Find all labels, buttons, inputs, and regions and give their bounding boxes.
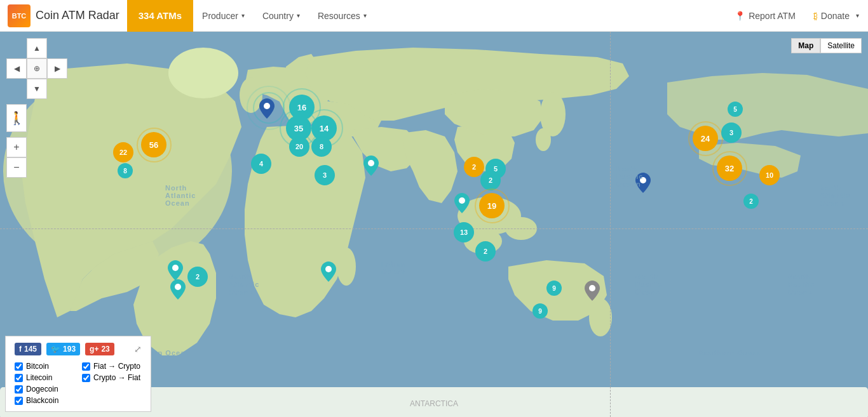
map-type-buttons: Map Satellite (791, 38, 862, 53)
svg-point-10 (337, 248, 356, 286)
legend-empty-1 (82, 385, 142, 394)
cluster-marker-12[interactable]: 2 (480, 170, 501, 190)
bitcoin-icon: ₿ (813, 11, 818, 21)
cluster-marker-2[interactable]: 8 (118, 163, 133, 178)
facebook-share-button[interactable]: f 145 (15, 343, 41, 355)
googleplus-share-button[interactable]: g+ 23 (85, 343, 114, 355)
twitter-count: 193 (63, 345, 76, 354)
svg-point-14 (368, 160, 374, 166)
svg-point-19 (172, 265, 179, 271)
twitter-icon: 🐦 (51, 345, 60, 354)
logo-text: BTC (12, 12, 27, 20)
pin-icon: 📍 (735, 11, 745, 21)
cluster-marker-16[interactable]: 9 (546, 281, 562, 296)
site-title: Coin ATM Radar (36, 9, 119, 22)
svg-point-16 (325, 266, 332, 272)
pin-pacific[interactable] (635, 173, 651, 193)
legend-empty-2 (82, 396, 142, 405)
cluster-marker-15[interactable]: 2 (475, 241, 496, 261)
fiat-crypto-checkbox[interactable] (82, 362, 90, 371)
nav-report-atm[interactable]: 📍 Report ATM (726, 0, 804, 32)
atm-count-badge[interactable]: 334 ATMs (127, 0, 193, 32)
pin-argentina-1[interactable] (168, 260, 183, 281)
svg-point-18 (589, 285, 595, 291)
cluster-marker-19[interactable]: 24 (693, 126, 718, 151)
pin-uk[interactable] (259, 98, 275, 119)
blackcoin-checkbox[interactable] (15, 397, 23, 405)
googleplus-count: 23 (101, 345, 109, 354)
pin-new-zealand[interactable] (585, 281, 600, 301)
pin-argentina-2[interactable] (170, 279, 186, 300)
cluster-marker-23[interactable]: 10 (759, 165, 780, 185)
litecoin-checkbox[interactable] (15, 374, 23, 382)
svg-point-17 (640, 177, 646, 183)
country-caret: ▾ (297, 12, 300, 19)
nav-producer[interactable]: Producer ▾ (193, 0, 254, 32)
map-type-map[interactable]: Map (791, 38, 820, 53)
legend-crypto-fiat: Crypto → Fiat (82, 373, 142, 382)
crypto-fiat-checkbox[interactable] (82, 374, 90, 382)
pan-up-button[interactable]: ▲ (27, 38, 47, 58)
cluster-marker-18[interactable]: 2 (187, 267, 208, 287)
twitter-share-button[interactable]: 🐦 193 (46, 343, 80, 355)
cluster-marker-22[interactable]: 32 (717, 156, 742, 181)
map-container[interactable]: ANTARCTICA ▲ ◀ ⊕ ▶ ▼ 🚶 + − Map Satellite (0, 32, 868, 417)
cluster-marker-6[interactable]: 20 (289, 136, 309, 157)
legend-items: Bitcoin Fiat → Crypto Litecoin Crypto → … (15, 362, 142, 405)
svg-point-20 (175, 284, 181, 290)
legend-bitcoin: Bitcoin (15, 362, 74, 371)
svg-point-9 (589, 298, 612, 336)
svg-text:ANTARCTICA: ANTARCTICA (410, 399, 458, 408)
resources-caret: ▾ (363, 12, 367, 19)
cluster-marker-24[interactable]: 2 (743, 194, 759, 209)
cluster-marker-20[interactable]: 3 (721, 122, 742, 143)
pin-india[interactable] (363, 156, 379, 176)
dogecoin-checkbox[interactable] (15, 385, 23, 394)
pin-thailand[interactable] (454, 193, 470, 213)
cluster-marker-10[interactable]: 2 (464, 157, 484, 177)
cluster-marker-14[interactable]: 13 (454, 222, 474, 242)
navbar: BTC Coin ATM Radar 334 ATMs Producer ▾ C… (0, 0, 868, 32)
pan-down-button[interactable]: ▼ (27, 79, 47, 99)
bitcoin-checkbox[interactable] (15, 362, 23, 371)
svg-point-5 (536, 128, 551, 151)
expand-legend-button[interactable]: ⤢ (134, 344, 142, 354)
cluster-marker-0[interactable]: 56 (141, 132, 166, 157)
legend-dogecoin: Dogecoin (15, 385, 74, 394)
pan-right-button[interactable]: ▶ (47, 58, 67, 79)
svg-point-2 (168, 48, 238, 98)
nav-donate[interactable]: ₿ Donate ▾ (804, 0, 868, 32)
pan-left-button[interactable]: ◀ (6, 58, 27, 79)
pan-center: ⊕ (27, 58, 47, 79)
pin-south-africa[interactable] (321, 261, 336, 282)
cluster-marker-7[interactable]: 8 (311, 136, 332, 157)
googleplus-icon: g+ (90, 345, 98, 354)
cluster-marker-17[interactable]: 9 (532, 303, 548, 319)
legend-fiat-crypto: Fiat → Crypto (82, 362, 142, 371)
zoom-controls: + − (6, 137, 67, 178)
cluster-marker-8[interactable]: 4 (251, 154, 271, 174)
cluster-marker-9[interactable]: 3 (315, 165, 335, 185)
svg-point-13 (264, 103, 270, 109)
map-type-satellite[interactable]: Satellite (820, 38, 862, 53)
cluster-marker-21[interactable]: 5 (728, 102, 743, 117)
legend-box: f 145 🐦 193 g+ 23 ⤢ Bitcoin Fiat → Crypt… (5, 336, 151, 412)
logo-badge: BTC (8, 4, 31, 27)
map-controls: ▲ ◀ ⊕ ▶ ▼ 🚶 + − (6, 38, 67, 178)
producer-caret: ▾ (241, 12, 245, 19)
facebook-icon: f (19, 345, 22, 354)
street-view-button[interactable]: 🚶 (6, 104, 27, 132)
svg-point-8 (505, 217, 537, 240)
cluster-marker-13[interactable]: 19 (479, 193, 505, 218)
facebook-count: 145 (24, 345, 37, 354)
zoom-in-button[interactable]: + (6, 137, 27, 157)
zoom-out-button[interactable]: − (6, 157, 27, 178)
svg-point-15 (459, 197, 465, 204)
nav-resources[interactable]: Resources ▾ (309, 0, 376, 32)
logo-area: BTC Coin ATM Radar (0, 4, 127, 27)
social-row: f 145 🐦 193 g+ 23 ⤢ (15, 343, 142, 355)
nav-country[interactable]: Country ▾ (254, 0, 309, 32)
legend-litecoin: Litecoin (15, 373, 74, 382)
donate-caret: ▾ (856, 12, 859, 19)
cluster-marker-1[interactable]: 22 (113, 142, 133, 162)
